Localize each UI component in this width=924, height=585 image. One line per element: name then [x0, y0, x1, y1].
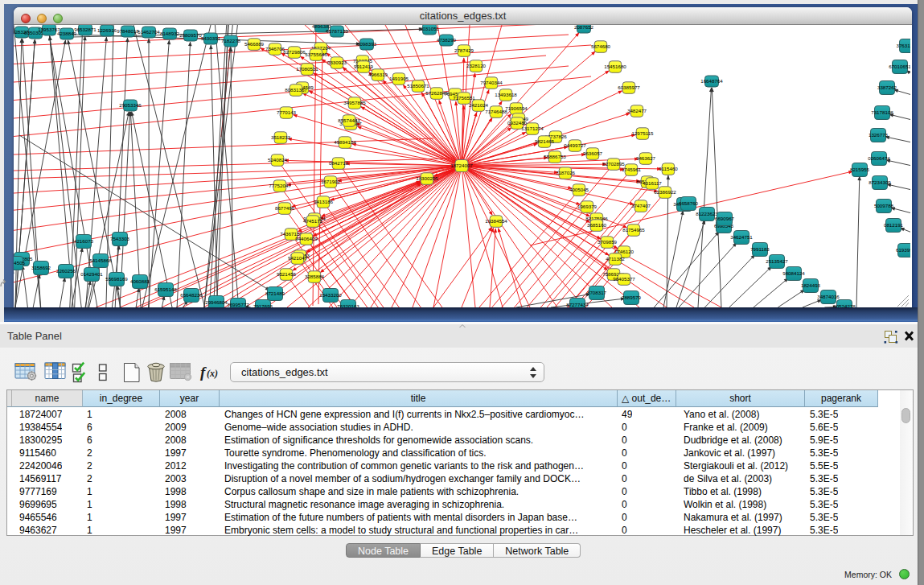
- svg-text:51462704: 51462704: [138, 29, 160, 35]
- svg-text:34874016: 34874016: [817, 294, 840, 299]
- svg-text:25135427: 25135427: [766, 258, 788, 264]
- svg-text:2421024: 2421024: [469, 102, 489, 108]
- svg-text:3685160: 3685160: [587, 222, 607, 228]
- svg-text:1745961: 1745961: [622, 167, 642, 172]
- svg-text:13493618: 13493618: [495, 92, 517, 97]
- svg-text:01429401: 01429401: [80, 271, 103, 277]
- svg-text:2787429: 2787429: [454, 47, 474, 53]
- svg-text:65787133: 65787133: [326, 28, 348, 34]
- svg-text:54145868: 54145868: [89, 257, 112, 263]
- svg-text:5674680: 5674680: [591, 43, 611, 49]
- svg-text:96532871: 96532871: [74, 27, 97, 32]
- svg-text:7182278: 7182278: [221, 38, 241, 43]
- svg-text:5466889: 5466889: [244, 41, 265, 47]
- svg-text:12975115: 12975115: [631, 130, 654, 136]
- svg-text:71746488: 71746488: [485, 109, 507, 114]
- svg-text:5098393: 5098393: [357, 41, 377, 47]
- svg-text:55886753: 55886753: [544, 154, 566, 159]
- svg-text:77752047: 77752047: [269, 183, 291, 188]
- svg-text:97848018: 97848018: [117, 28, 139, 34]
- svg-text:1824493: 1824493: [801, 282, 821, 288]
- svg-text:67010651: 67010651: [889, 64, 910, 69]
- svg-text:29946804: 29946804: [205, 299, 228, 305]
- svg-text:85574443: 85574443: [338, 117, 360, 123]
- svg-text:3747407: 3747407: [631, 203, 651, 208]
- svg-text:3518233: 3518233: [271, 134, 291, 140]
- svg-text:5240824: 5240824: [268, 157, 288, 163]
- svg-text:49894134: 49894134: [334, 139, 356, 145]
- svg-text:9636057: 9636057: [583, 150, 603, 156]
- svg-text:60385977: 60385977: [618, 84, 640, 90]
- svg-text:0842710: 0842710: [329, 160, 349, 166]
- svg-text:7187026: 7187026: [556, 170, 576, 175]
- svg-text:18724007: 18724007: [450, 163, 473, 168]
- svg-text:7889579: 7889579: [622, 295, 642, 300]
- svg-text:51850671: 51850671: [407, 83, 429, 89]
- svg-text:62386922: 62386922: [654, 189, 676, 195]
- svg-text:02606474: 02606474: [868, 155, 890, 161]
- svg-text:13171274: 13171274: [521, 126, 544, 131]
- svg-text:2260256: 2260256: [56, 268, 76, 274]
- svg-text:13433200: 13433200: [319, 292, 342, 298]
- svg-text:4738299: 4738299: [437, 37, 457, 43]
- svg-text:0932480: 0932480: [507, 120, 528, 126]
- svg-text:4745171: 4745171: [303, 218, 323, 224]
- svg-text:3158692: 3158692: [31, 265, 51, 270]
- svg-text:1031051: 1031051: [420, 26, 440, 31]
- svg-text:73178108: 73178108: [871, 109, 893, 115]
- svg-text:1491905: 1491905: [389, 76, 409, 81]
- svg-text:8721489: 8721489: [265, 290, 285, 296]
- svg-text:2087652: 2087652: [574, 25, 594, 30]
- svg-text:8708317: 8708317: [587, 290, 607, 295]
- svg-text:87277434: 87277434: [566, 302, 589, 307]
- svg-text:(x): (x): [207, 368, 218, 379]
- svg-text:4216073: 4216073: [74, 238, 94, 244]
- svg-text:34957885: 34957885: [343, 100, 366, 105]
- svg-text:3482477: 3482477: [627, 108, 647, 113]
- svg-text:9463627: 9463627: [636, 155, 656, 161]
- svg-text:3709859: 3709859: [598, 239, 618, 245]
- svg-text:4316117: 4316117: [643, 180, 662, 186]
- svg-text:16648764: 16648764: [700, 78, 723, 84]
- svg-text:65648236: 65648236: [180, 292, 203, 298]
- svg-text:4711382: 4711382: [606, 256, 625, 262]
- svg-text:5009788: 5009788: [874, 203, 894, 208]
- svg-text:37631165: 37631165: [896, 43, 910, 48]
- svg-text:1226916: 1226916: [97, 27, 117, 33]
- svg-text:15451680: 15451680: [604, 64, 626, 69]
- svg-text:7991183: 7991183: [750, 246, 770, 252]
- svg-text:28809570: 28809570: [179, 32, 202, 38]
- svg-text:62729806: 62729806: [283, 49, 306, 55]
- svg-text:7770143: 7770143: [277, 109, 297, 115]
- svg-text:9115460: 9115460: [659, 166, 678, 171]
- svg-text:29053346: 29053346: [119, 102, 142, 108]
- svg-text:6204505: 6204505: [14, 260, 26, 266]
- svg-text:f: f: [200, 364, 207, 381]
- svg-text:1969379: 1969379: [577, 204, 598, 209]
- svg-text:36995777: 36995777: [227, 302, 249, 307]
- svg-text:7346706: 7346706: [265, 46, 285, 51]
- svg-text:62702895: 62702895: [602, 161, 625, 167]
- svg-text:0330923: 0330923: [327, 60, 347, 65]
- svg-text:2328120: 2328120: [466, 63, 487, 68]
- svg-text:5430391: 5430391: [201, 35, 221, 41]
- svg-text:04499727: 04499727: [564, 142, 586, 148]
- svg-text:1671902: 1671902: [321, 179, 341, 184]
- svg-text:19384554: 19384554: [485, 218, 507, 224]
- svg-text:00524278: 00524278: [833, 303, 856, 307]
- svg-text:55698169: 55698169: [105, 276, 128, 282]
- svg-text:8215955: 8215955: [850, 167, 870, 172]
- svg-text:53755646: 53755646: [305, 51, 327, 57]
- svg-text:4005045: 4005045: [569, 187, 589, 192]
- svg-text:71906594: 71906594: [505, 105, 528, 111]
- svg-text:81754965: 81754965: [622, 227, 645, 233]
- svg-text:9413186: 9413186: [314, 199, 334, 204]
- svg-text:87234309: 87234309: [869, 179, 891, 185]
- svg-text:18300295: 18300295: [416, 175, 438, 181]
- svg-text:6690967: 6690967: [715, 216, 735, 221]
- svg-text:8677496: 8677496: [275, 205, 295, 211]
- svg-text:7543303: 7543303: [110, 236, 130, 241]
- svg-text:9421047: 9421047: [288, 255, 308, 261]
- svg-text:79740344: 79740344: [480, 80, 503, 85]
- svg-text:94406409: 94406409: [295, 236, 318, 241]
